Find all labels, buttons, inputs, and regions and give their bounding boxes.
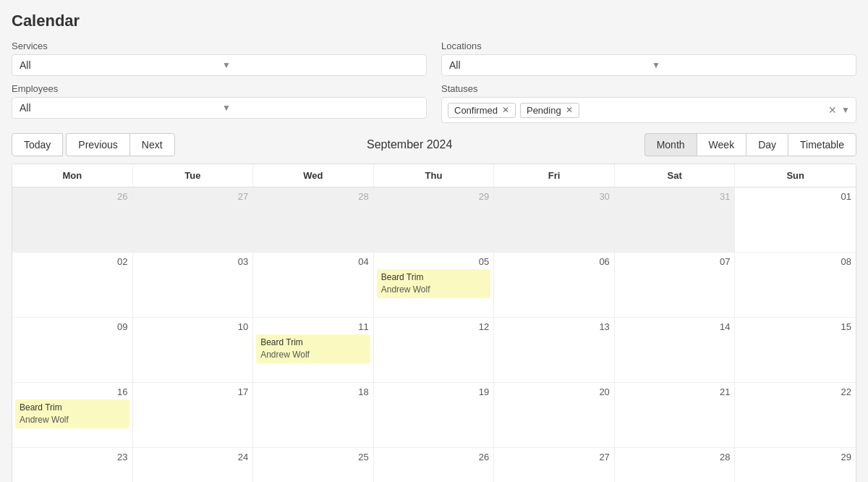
- day-number: 11: [256, 321, 370, 333]
- calendar-cell-w1d1[interactable]: 03: [133, 253, 254, 318]
- calendar-cell-w3d0[interactable]: 16Beard TrimAndrew Wolf: [12, 383, 133, 448]
- calendar-cell-w1d3[interactable]: 05Beard TrimAndrew Wolf: [374, 253, 495, 318]
- locations-value: All: [449, 59, 646, 71]
- event-title: Beard Trim: [260, 337, 366, 349]
- calendar-cell-w1d4[interactable]: 06: [494, 253, 615, 318]
- calendar-cell-w1d2[interactable]: 04: [253, 253, 374, 318]
- calendar-event[interactable]: Beard TrimAndrew Wolf: [15, 399, 129, 428]
- day-number: 28: [618, 451, 732, 463]
- header-mon: Mon: [12, 164, 133, 187]
- calendar-event[interactable]: Beard TrimAndrew Wolf: [377, 269, 491, 298]
- calendar-header: Mon Tue Wed Thu Fri Sat Sun: [12, 164, 856, 187]
- calendar-cell-w4d4[interactable]: 27: [494, 448, 615, 482]
- view-month-button[interactable]: Month: [644, 133, 697, 156]
- day-number: 21: [618, 386, 732, 398]
- status-pending-tag: Pending ✕: [520, 103, 579, 118]
- calendar-title: September 2024: [175, 138, 644, 151]
- header-thu: Thu: [374, 164, 495, 187]
- calendar-cell-w3d5[interactable]: 21: [615, 383, 736, 448]
- status-confirmed-tag: Confirmed ✕: [448, 103, 516, 118]
- view-day-button[interactable]: Day: [746, 133, 788, 156]
- calendar-cell-w1d0[interactable]: 02: [12, 253, 133, 318]
- locations-label: Locations: [441, 41, 856, 51]
- header-sat: Sat: [615, 164, 736, 187]
- services-value: All: [20, 59, 216, 71]
- next-button[interactable]: Next: [129, 133, 175, 156]
- statuses-select[interactable]: Confirmed ✕ Pending ✕ ✕ ▼: [441, 97, 856, 123]
- calendar: Mon Tue Wed Thu Fri Sat Sun 262728293031…: [12, 164, 856, 482]
- header-fri: Fri: [494, 164, 615, 187]
- today-button[interactable]: Today: [12, 133, 63, 156]
- day-number: 17: [136, 386, 250, 398]
- calendar-cell-w4d2[interactable]: 25: [253, 448, 374, 482]
- calendar-cell-w0d6[interactable]: 01: [735, 187, 856, 253]
- day-number: 26: [15, 190, 129, 203]
- event-title: Beard Trim: [381, 271, 487, 284]
- calendar-cell-w0d1[interactable]: 27: [133, 187, 254, 253]
- day-number: 15: [738, 321, 853, 333]
- services-label: Services: [12, 41, 427, 51]
- calendar-cell-w0d4[interactable]: 30: [494, 187, 615, 253]
- header-tue: Tue: [133, 164, 254, 187]
- day-number: 20: [497, 386, 611, 398]
- view-timetable-button[interactable]: Timetable: [788, 133, 856, 156]
- calendar-grid: 2627282930310102030405Beard TrimAndrew W…: [12, 187, 856, 482]
- day-number: 29: [738, 451, 853, 463]
- calendar-cell-w2d4[interactable]: 13: [494, 318, 615, 383]
- day-number: 27: [497, 451, 611, 463]
- calendar-cell-w2d1[interactable]: 10: [133, 318, 254, 383]
- calendar-cell-w0d0[interactable]: 26: [12, 187, 133, 253]
- calendar-cell-w1d5[interactable]: 07: [615, 253, 736, 318]
- previous-button[interactable]: Previous: [66, 133, 129, 156]
- calendar-cell-w4d6[interactable]: 29: [735, 448, 856, 482]
- day-number: 22: [738, 386, 853, 398]
- day-number: 18: [256, 386, 370, 398]
- calendar-cell-w3d4[interactable]: 20: [494, 383, 615, 448]
- calendar-cell-w2d3[interactable]: 12: [374, 318, 495, 383]
- status-pending-remove[interactable]: ✕: [566, 105, 573, 115]
- calendar-cell-w4d1[interactable]: 24: [133, 448, 254, 482]
- calendar-cell-w3d2[interactable]: 18: [253, 383, 374, 448]
- calendar-cell-w4d5[interactable]: 28: [615, 448, 736, 482]
- event-person: Andrew Wolf: [381, 284, 487, 296]
- day-number: 08: [738, 255, 853, 268]
- calendar-cell-w4d3[interactable]: 26: [374, 448, 495, 482]
- calendar-cell-w0d3[interactable]: 29: [374, 187, 495, 253]
- day-number: 14: [618, 321, 732, 333]
- employees-filter: Employees All ▼: [12, 83, 427, 123]
- day-number: 09: [15, 321, 129, 333]
- calendar-cell-w2d2[interactable]: 11Beard TrimAndrew Wolf: [253, 318, 374, 383]
- day-number: 01: [738, 190, 853, 203]
- status-confirmed-remove[interactable]: ✕: [502, 105, 509, 115]
- calendar-cell-w3d6[interactable]: 22: [735, 383, 856, 448]
- calendar-toolbar: Today Previous Next September 2024 Month…: [12, 133, 856, 156]
- calendar-cell-w3d3[interactable]: 19: [374, 383, 495, 448]
- locations-select[interactable]: All ▼: [441, 54, 856, 76]
- view-week-button[interactable]: Week: [697, 133, 746, 156]
- day-number: 25: [256, 451, 370, 463]
- day-number: 23: [15, 451, 129, 463]
- day-number: 03: [136, 255, 250, 268]
- day-number: 04: [256, 255, 370, 268]
- header-sun: Sun: [735, 164, 856, 187]
- view-group: Month Week Day Timetable: [644, 133, 856, 156]
- services-filter: Services All ▼: [12, 41, 427, 76]
- calendar-cell-w3d1[interactable]: 17: [133, 383, 254, 448]
- calendar-cell-w2d5[interactable]: 14: [615, 318, 736, 383]
- locations-filter: Locations All ▼: [441, 41, 856, 76]
- calendar-event[interactable]: Beard TrimAndrew Wolf: [256, 334, 370, 363]
- day-number: 26: [377, 451, 491, 463]
- calendar-cell-w2d0[interactable]: 09: [12, 318, 133, 383]
- statuses-chevron-icon: ▼: [841, 105, 850, 115]
- statuses-clear-button[interactable]: ✕: [828, 104, 837, 116]
- calendar-cell-w0d2[interactable]: 28: [253, 187, 374, 253]
- day-number: 06: [497, 255, 611, 268]
- day-number: 28: [256, 190, 370, 203]
- employees-select[interactable]: All ▼: [12, 97, 427, 119]
- services-select[interactable]: All ▼: [12, 54, 427, 76]
- day-number: 12: [377, 321, 491, 333]
- calendar-cell-w4d0[interactable]: 23: [12, 448, 133, 482]
- calendar-cell-w2d6[interactable]: 15: [735, 318, 856, 383]
- calendar-cell-w1d6[interactable]: 08: [735, 253, 856, 318]
- calendar-cell-w0d5[interactable]: 31: [615, 187, 736, 253]
